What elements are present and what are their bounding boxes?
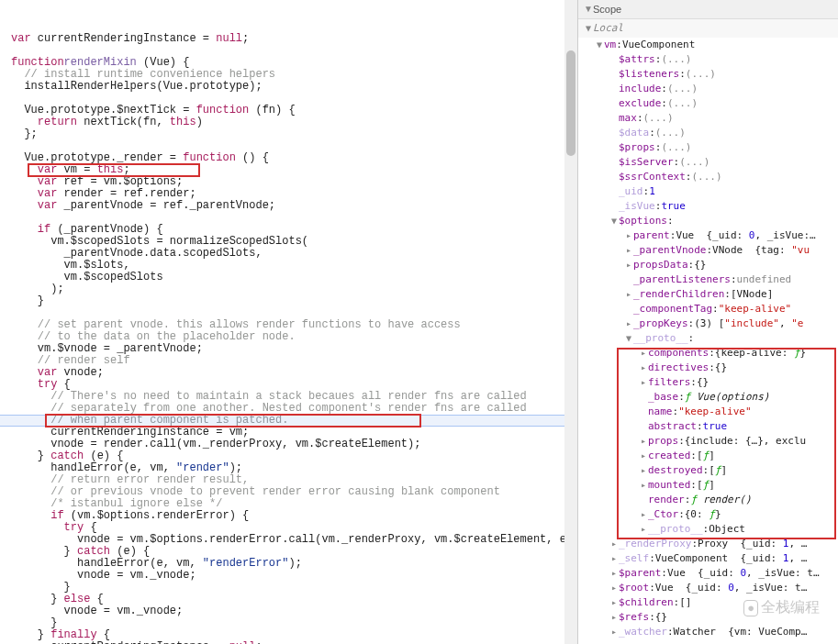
- scope-property[interactable]: $data: (...): [584, 126, 838, 140]
- scope-tree: ▼ vm: VueComponent $attrs: (...)$listene…: [578, 38, 838, 639]
- chevron-down-icon: ▼: [595, 38, 604, 52]
- scope-property[interactable]: render: ƒ render(): [584, 493, 838, 507]
- chevron-down-icon: ▼: [609, 214, 619, 228]
- code-line[interactable]: vnode = vm._vnode;: [11, 570, 577, 582]
- code-line[interactable]: vm.$scopedSlots: [11, 272, 577, 283]
- proto-label: __proto__: [633, 331, 688, 346]
- scope-property[interactable]: ▸$refs: {}: [584, 610, 838, 625]
- scope-property[interactable]: ▸propsData: {}: [584, 258, 838, 272]
- code-line[interactable]: };: [11, 128, 577, 140]
- scope-property[interactable]: $ssrContext: (...): [584, 170, 838, 184]
- code-line[interactable]: installRenderHelpers(Vue.prototype);: [11, 81, 577, 93]
- options-row[interactable]: ▼ $options:: [584, 214, 838, 228]
- code-line[interactable]: vnode = vm._vnode;: [11, 605, 577, 617]
- scope-property[interactable]: ▸directives: {}: [584, 361, 838, 375]
- scope-property[interactable]: abstract: true: [584, 419, 838, 434]
- scope-property[interactable]: $attrs: (...): [584, 52, 838, 67]
- code-line[interactable]: );: [11, 283, 577, 295]
- code-line[interactable]: return nextTick(fn, this): [11, 117, 577, 128]
- scope-property[interactable]: $props: (...): [584, 140, 838, 155]
- code-block[interactable]: var currentRenderingInstance = null;func…: [11, 33, 577, 644]
- chevron-down-icon: ▼: [584, 21, 593, 36]
- scope-property[interactable]: ▸destroyed: [ƒ]: [584, 463, 838, 478]
- scope-property[interactable]: exclude: (...): [584, 96, 838, 111]
- scope-property[interactable]: ▸$root: Vue {_uid: 0, _isVue: t…: [584, 581, 838, 595]
- scope-header[interactable]: ▼ Scope: [578, 0, 838, 19]
- scope-property[interactable]: ▸$parent: Vue {_uid: 0, _isVue: t…: [584, 566, 838, 581]
- scope-property[interactable]: $listeners: (...): [584, 67, 838, 82]
- vm-type: VueComponent: [622, 38, 695, 52]
- scope-property[interactable]: ▸_parentVnode: VNode {tag: "vu: [584, 243, 838, 258]
- vm-row[interactable]: ▼ vm: VueComponent: [584, 38, 838, 52]
- scope-property[interactable]: ▸created: [ƒ]: [584, 449, 838, 463]
- code-line[interactable]: var vnode;: [11, 367, 577, 379]
- scope-property[interactable]: ▸props: {include: {…}, exclu: [584, 434, 838, 449]
- scope-property[interactable]: ▸_renderChildren: [VNode]: [584, 287, 838, 302]
- scope-property[interactable]: ▸$children: []: [584, 595, 838, 610]
- editor-panel: var currentRenderingInstance = null;func…: [0, 0, 578, 644]
- local-label: Local: [593, 21, 623, 36]
- scope-property[interactable]: include: (...): [584, 82, 838, 96]
- local-scope-header[interactable]: ▼ Local: [578, 19, 838, 38]
- scope-property[interactable]: $isServer: (...): [584, 155, 838, 170]
- scope-property[interactable]: ▸mounted: [ƒ]: [584, 478, 838, 493]
- scope-header-label: Scope: [593, 2, 621, 17]
- scope-property[interactable]: _componentTag: "keep-alive": [584, 302, 838, 316]
- scope-property[interactable]: _base: ƒ Vue(options): [584, 390, 838, 405]
- code-line[interactable]: }: [11, 295, 577, 307]
- scope-property[interactable]: ▸components: {keep-alive: ƒ}: [584, 346, 838, 361]
- scope-property[interactable]: ▸parent: Vue {_uid: 0, _isVue:…: [584, 228, 838, 243]
- scope-property[interactable]: ▸_self: VueComponent {_uid: 1, …: [584, 551, 838, 566]
- scope-property[interactable]: name: "keep-alive": [584, 405, 838, 419]
- scope-property[interactable]: ▸_renderProxy: Proxy {_uid: 1, …: [584, 537, 838, 551]
- scope-property[interactable]: ▸_propKeys: (3) ["include", "e: [584, 316, 838, 331]
- scrollbar-thumb[interactable]: [566, 50, 575, 156]
- scope-property[interactable]: ▸filters: {}: [584, 375, 838, 390]
- code-line[interactable]: var _parentVnode = ref._parentVnode;: [11, 200, 577, 212]
- scope-panel: ▼ Scope ▼ Local ▼ vm: VueComponent $attr…: [578, 0, 838, 644]
- vm-label: vm: [604, 38, 616, 52]
- scope-property[interactable]: ▸_Ctor: {0: ƒ}: [584, 507, 838, 522]
- code-line[interactable]: var currentRenderingInstance = null;: [11, 33, 577, 45]
- scope-property[interactable]: _uid: 1: [584, 184, 838, 199]
- scope-property[interactable]: _isVue: true: [584, 199, 838, 214]
- scope-property[interactable]: max: (...): [584, 111, 838, 126]
- options-proto-row[interactable]: ▼ __proto__:: [584, 331, 838, 346]
- scope-property[interactable]: _parentListeners: undefined: [584, 272, 838, 287]
- chevron-down-icon: ▼: [584, 2, 593, 17]
- vertical-scrollbar[interactable]: [564, 0, 577, 644]
- options-label: $options: [619, 214, 667, 228]
- chevron-down-icon: ▼: [624, 331, 633, 346]
- scope-property[interactable]: ▸_watcher: Watcher {vm: VueComp…: [584, 625, 838, 639]
- scope-property[interactable]: ▸__proto__: Object: [584, 522, 838, 537]
